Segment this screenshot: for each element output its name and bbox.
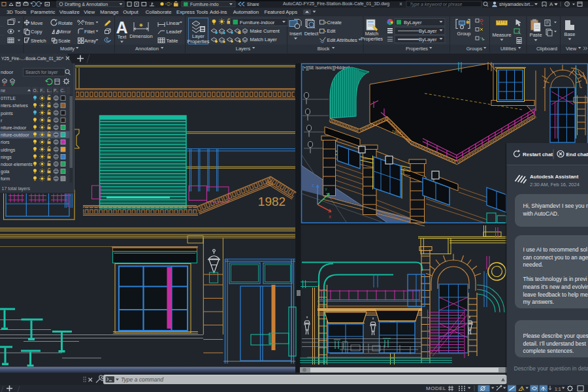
svg-text:means it’s new and evolvin: means it’s new and evolvin bbox=[523, 284, 588, 290]
svg-text:Autodesk Assistant: Autodesk Assistant bbox=[530, 174, 579, 180]
svg-text:Visualize: Visualize bbox=[59, 9, 80, 15]
svg-text:Stretch: Stretch bbox=[31, 38, 46, 44]
svg-text:X: X bbox=[329, 215, 331, 219]
svg-text:This technology is in previ: This technology is in previ bbox=[523, 276, 587, 282]
svg-text:Leader: Leader bbox=[167, 29, 182, 35]
svg-text:0TITLE: 0TITLE bbox=[1, 96, 16, 101]
svg-text:Manage: Manage bbox=[100, 9, 118, 15]
svg-text:Fillet: Fillet bbox=[84, 29, 95, 35]
svg-text:Restart chat: Restart chat bbox=[523, 152, 553, 157]
svg-text:Collaborate: Collaborate bbox=[146, 9, 172, 15]
svg-text:shiyamadev.brt...: shiyamadev.brt... bbox=[499, 2, 534, 7]
svg-text:Utilities: Utilities bbox=[500, 46, 516, 52]
svg-text:C..: C.. bbox=[61, 88, 67, 93]
svg-text:Automation: Automation bbox=[233, 9, 259, 15]
svg-text:Share: Share bbox=[247, 2, 259, 7]
svg-text:Rotate: Rotate bbox=[58, 20, 73, 26]
svg-text:1982: 1982 bbox=[258, 195, 286, 208]
svg-text:Featured Apps: Featured Apps bbox=[264, 9, 297, 15]
svg-text:uldings: uldings bbox=[1, 148, 16, 153]
svg-text:Modify: Modify bbox=[60, 46, 74, 52]
svg-text:View: View bbox=[84, 9, 95, 15]
svg-text:ne: ne bbox=[1, 88, 6, 93]
svg-text:Please describe your quest: Please describe your quest bbox=[523, 333, 588, 339]
svg-text:needed.: needed. bbox=[523, 261, 544, 268]
svg-text:Table: Table bbox=[167, 38, 178, 44]
svg-text:Linear: Linear bbox=[167, 20, 180, 26]
svg-text:complete sentences.: complete sentences. bbox=[523, 348, 574, 354]
svg-text:leave feedback to help me: leave feedback to help me bbox=[523, 291, 588, 298]
svg-text:Group: Group bbox=[457, 31, 471, 37]
svg-text:Move: Move bbox=[31, 20, 42, 26]
svg-text:Describe your question in deta: Describe your question in deta bbox=[514, 365, 588, 372]
svg-text:Properties: Properties bbox=[406, 46, 428, 52]
svg-text:Express Tools: Express Tools bbox=[176, 9, 208, 15]
svg-text:End chat: End chat bbox=[566, 152, 588, 157]
svg-text:Dimension: Dimension bbox=[129, 33, 152, 39]
svg-text:Clipboard: Clipboard bbox=[536, 46, 557, 52]
svg-text:Detect: Detect bbox=[304, 31, 319, 37]
svg-text:Type a keyword or phrase: Type a keyword or phrase bbox=[410, 2, 463, 7]
svg-text:Z: Z bbox=[312, 184, 314, 188]
svg-text:A: A bbox=[549, 1, 553, 7]
svg-text:gola: gola bbox=[1, 169, 9, 174]
svg-text:Measure: Measure bbox=[492, 32, 511, 38]
svg-text:Insert: Insert bbox=[289, 31, 302, 37]
svg-text:17 total layers: 17 total layers bbox=[2, 186, 31, 191]
svg-text:Output: Output bbox=[123, 9, 139, 15]
svg-text:Y: Y bbox=[325, 188, 327, 191]
svg-text:Y25_Fire-...-Book-Cafe_01_3D*: Y25_Fire-...-Book-Cafe_01_3D* bbox=[1, 56, 63, 61]
svg-text:points: points bbox=[1, 111, 13, 116]
svg-text:I use AI to recommend sol: I use AI to recommend sol bbox=[523, 246, 587, 253]
svg-text:MODEL: MODEL bbox=[426, 385, 446, 391]
svg-text:can connect you to an age: can connect you to an age bbox=[523, 254, 588, 261]
svg-text:niture-outdoor: niture-outdoor bbox=[1, 133, 29, 137]
svg-text:form: form bbox=[1, 176, 10, 181]
svg-text:?: ? bbox=[566, 2, 568, 7]
svg-text:O..: O.. bbox=[33, 88, 39, 93]
svg-text:Layers: Layers bbox=[236, 46, 251, 52]
svg-text:Drafting & Annotation: Drafting & Annotation bbox=[65, 2, 108, 7]
svg-text:Search for layer: Search for layer bbox=[25, 70, 58, 75]
svg-text:2:30 AM, Feb 16, 2024: 2:30 AM, Feb 16, 2024 bbox=[530, 182, 580, 188]
svg-text:Furniture-indo: Furniture-indo bbox=[190, 2, 219, 7]
svg-text:Edit Attributes: Edit Attributes bbox=[327, 37, 358, 43]
svg-text:ByLayer: ByLayer bbox=[419, 37, 437, 42]
svg-text:AutoCAD-FY25_Fire-Station-Book: AutoCAD-FY25_Fire-Station-Book-Cafe_01_3… bbox=[283, 1, 389, 7]
svg-text:Trim: Trim bbox=[84, 20, 94, 26]
svg-text:Base: Base bbox=[564, 31, 575, 37]
svg-text:Block: Block bbox=[318, 46, 330, 52]
svg-text:F..: F.. bbox=[41, 88, 45, 93]
svg-text:riors: riors bbox=[1, 140, 10, 144]
svg-text:detail. I’ll understand best: detail. I’ll understand best bbox=[523, 340, 587, 347]
svg-text:niture-indoor: niture-indoor bbox=[1, 125, 27, 130]
svg-text:ndoor-elements: ndoor-elements bbox=[1, 162, 33, 167]
svg-text:Add-ins: Add-ins bbox=[210, 9, 227, 15]
svg-text:Annotation: Annotation bbox=[135, 46, 159, 52]
svg-text:nters-shelves: nters-shelves bbox=[1, 103, 28, 108]
svg-text:with AutoCAD.: with AutoCAD. bbox=[523, 210, 559, 217]
svg-text:Paste: Paste bbox=[529, 32, 542, 38]
svg-text:nings: nings bbox=[1, 155, 12, 160]
svg-text:Mirror: Mirror bbox=[58, 29, 71, 35]
svg-text:P..: P.. bbox=[54, 88, 58, 93]
svg-text:ndoor: ndoor bbox=[1, 69, 14, 75]
svg-text:3D Tools: 3D Tools bbox=[7, 9, 26, 15]
svg-text:my answers.: my answers. bbox=[523, 299, 555, 305]
svg-text:Edit: Edit bbox=[327, 28, 336, 34]
svg-text:Groups: Groups bbox=[466, 46, 483, 52]
svg-text:Furniture-indoor: Furniture-indoor bbox=[240, 20, 275, 25]
svg-text:ByLayer: ByLayer bbox=[419, 28, 437, 34]
svg-text:Copy: Copy bbox=[31, 29, 42, 35]
svg-text:Make Current: Make Current bbox=[250, 28, 280, 34]
svg-text:Create: Create bbox=[327, 20, 342, 25]
svg-text:ByLayer: ByLayer bbox=[404, 20, 422, 25]
svg-text:Properties: Properties bbox=[187, 39, 209, 44]
svg-text:Type a command: Type a command bbox=[121, 376, 163, 383]
svg-text:Parametric: Parametric bbox=[31, 9, 56, 15]
svg-text:L..: L.. bbox=[47, 88, 52, 93]
svg-text:Scale: Scale bbox=[58, 38, 71, 44]
svg-text:Match Layer: Match Layer bbox=[250, 37, 278, 42]
svg-text:Array: Array bbox=[84, 38, 96, 44]
svg-text:Text: Text bbox=[118, 34, 127, 40]
